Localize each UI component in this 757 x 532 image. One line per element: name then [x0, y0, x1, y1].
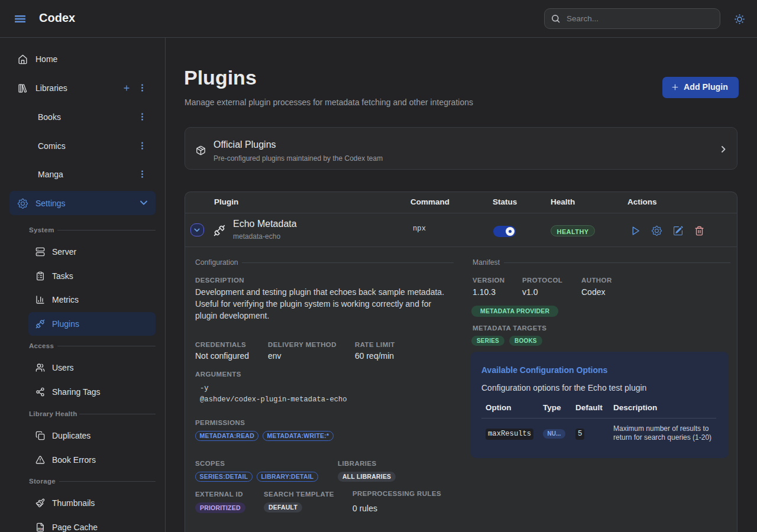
- svg-text:PDF: PDF: [38, 527, 44, 531]
